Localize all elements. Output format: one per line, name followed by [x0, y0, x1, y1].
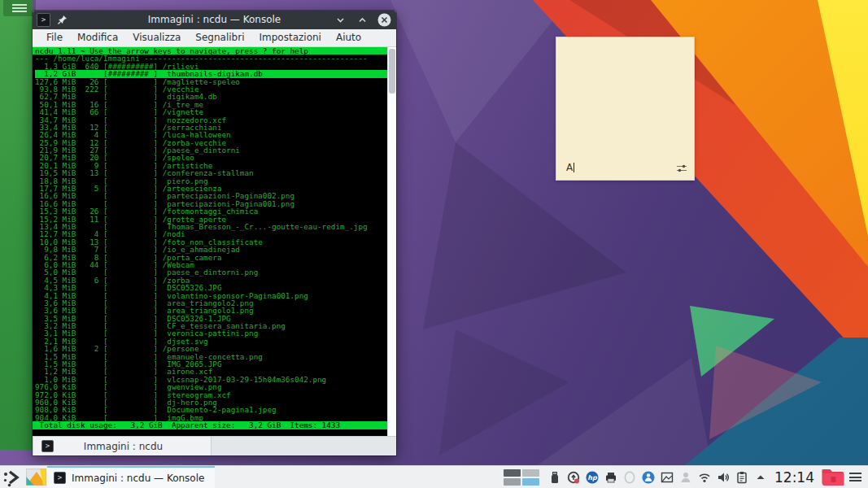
- pager-desktop-2[interactable]: [522, 469, 539, 477]
- note-typed-text: A: [566, 162, 573, 173]
- folder-icon: [822, 468, 844, 487]
- scrollbar[interactable]: [387, 47, 396, 436]
- user-offline-icon[interactable]: [678, 470, 693, 485]
- usb-drive-icon[interactable]: [547, 470, 562, 485]
- pager-desktop-1[interactable]: [504, 469, 521, 477]
- clipboard-icon[interactable]: [735, 470, 749, 485]
- image-frame-icon[interactable]: [660, 470, 674, 485]
- task-label: Immagini : ncdu — Konsole: [72, 473, 204, 484]
- task-button-konsole[interactable]: > Immagini : ncdu — Konsole: [47, 466, 215, 488]
- tray-expand-icon[interactable]: [753, 470, 768, 485]
- hamburger-icon: [849, 471, 861, 484]
- chevron-up-icon: [357, 15, 368, 25]
- konsole-window: Immagini : ncdu — Konsole > FileModifica…: [33, 11, 396, 455]
- software-update-icon[interactable]: [566, 470, 581, 485]
- desktop-toolbox-button[interactable]: [3, 0, 36, 16]
- menu-modifica[interactable]: Modifica: [70, 29, 125, 46]
- sticky-note[interactable]: A: [556, 37, 695, 181]
- desktop-pager-button[interactable]: [24, 466, 47, 488]
- pager-desktop-3[interactable]: [504, 478, 521, 486]
- maximize-button[interactable]: [355, 13, 369, 27]
- user-online-icon[interactable]: [641, 470, 656, 485]
- konsole-task-icon: >: [54, 472, 66, 484]
- scrollbar-thumb[interactable]: [389, 49, 395, 94]
- terminal-viewport[interactable]: ncdu 1.11 ~ Use the arrow keys to naviga…: [33, 47, 396, 436]
- taskbar: > Immagini : ncdu — Konsole hp 12:14: [0, 465, 868, 488]
- menu-aiuto[interactable]: Aiuto: [329, 29, 369, 46]
- pager-desktop-4-active[interactable]: [522, 478, 539, 486]
- close-icon: [377, 13, 391, 27]
- tab-immagini-ncdu[interactable]: > Immagini : ncdu: [33, 437, 212, 455]
- menu-file[interactable]: File: [39, 29, 70, 46]
- tab-bar: > Immagini : ncdu: [33, 436, 396, 455]
- volume-icon[interactable]: [716, 470, 731, 485]
- red-folder-icon[interactable]: [821, 467, 845, 488]
- menu-bar: FileModificaVisualizzaSegnalibriImpostaz…: [33, 29, 396, 47]
- clock[interactable]: 12:14: [774, 469, 814, 486]
- secondary-screen-strip: [0, 0, 33, 450]
- chevron-down-icon: [335, 15, 346, 25]
- desktop-thumbnail-icon: [26, 468, 46, 486]
- hamburger-icon: [12, 2, 27, 14]
- ncdu-footer: Total disk usage: 3,2 GiB Apparent size:…: [33, 421, 396, 429]
- touchpad-icon[interactable]: [622, 470, 637, 485]
- hp-device-icon[interactable]: hp: [585, 470, 600, 485]
- note-text[interactable]: A: [566, 162, 574, 173]
- svg-text:hp: hp: [587, 473, 598, 481]
- panel-settings-button[interactable]: [845, 468, 865, 487]
- desktop: A Immagini : ncdu — Konsole >: [0, 0, 868, 488]
- menu-visualizza[interactable]: Visualizza: [125, 29, 188, 46]
- terminal-tab-icon: >: [41, 440, 54, 452]
- pin-icon[interactable]: [57, 15, 68, 25]
- system-tray: hp: [547, 470, 768, 485]
- tab-label: Immagini : ncdu: [84, 441, 187, 452]
- printer-icon[interactable]: [604, 470, 618, 485]
- window-titlebar[interactable]: Immagini : ncdu — Konsole >: [33, 11, 396, 29]
- minimize-button[interactable]: [334, 13, 347, 27]
- virtual-desktop-pager[interactable]: [504, 469, 539, 486]
- menu-impostazioni[interactable]: Impostazioni: [252, 29, 329, 46]
- note-settings-icon[interactable]: [676, 162, 687, 173]
- close-button[interactable]: [377, 13, 391, 27]
- text-cursor: [574, 163, 574, 172]
- konsole-window-icon[interactable]: >: [37, 13, 50, 27]
- application-launcher-button[interactable]: [0, 466, 24, 488]
- launcher-icon: [2, 467, 23, 488]
- menu-segnalibri[interactable]: Segnalibri: [188, 29, 251, 46]
- wifi-icon[interactable]: [697, 470, 712, 485]
